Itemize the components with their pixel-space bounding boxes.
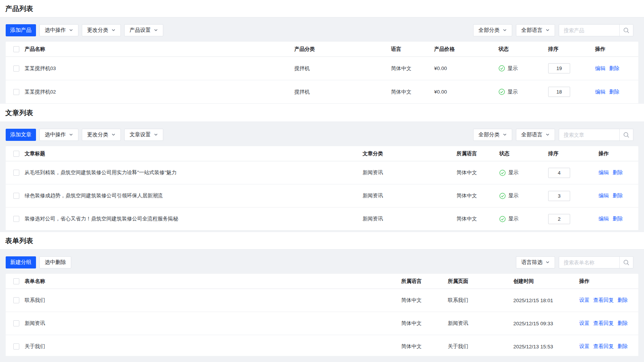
表单名称-cell: 新闻资讯 <box>21 320 401 327</box>
column-header: 操作 <box>579 278 638 285</box>
column-header: 排序 <box>548 46 595 53</box>
form-search-input[interactable] <box>559 257 619 268</box>
创建时间-cell: 2025/12/13 15:53 <box>513 344 579 350</box>
selected-actions-dropdown[interactable]: 选中操作 <box>39 129 78 141</box>
chevron-down-icon <box>111 27 116 33</box>
row-checkbox[interactable] <box>13 66 19 72</box>
select-all-checkbox[interactable] <box>13 46 19 52</box>
table-row: 某某搅拌机02搅拌机简体中文¥0.00显示编辑删除 <box>6 80 638 104</box>
change-category-dropdown[interactable]: 更改分类 <box>82 24 121 36</box>
row-action-link[interactable]: 删除 <box>617 320 628 327</box>
status-label: 显示 <box>508 65 518 72</box>
row-checkbox[interactable] <box>13 343 19 350</box>
product-section: 添加产品 选中操作 更改分类 产品设置 全部分类 全部语言 <box>0 17 644 104</box>
所属语言-cell: 简体中文 <box>401 343 448 350</box>
search-button[interactable] <box>619 129 633 140</box>
search-button[interactable] <box>619 25 633 36</box>
row-action-link[interactable]: 删除 <box>617 343 628 350</box>
change-category-dropdown[interactable]: 更改分类 <box>82 129 121 141</box>
search-icon <box>623 27 630 34</box>
row-action-link[interactable]: 设置 <box>579 343 589 350</box>
column-header: 状态 <box>499 150 548 157</box>
new-group-button[interactable]: 新建分组 <box>6 256 36 268</box>
产品名称-cell: 某某搅拌机03 <box>21 65 294 72</box>
add-product-button[interactable]: 添加产品 <box>6 24 36 36</box>
chevron-down-icon <box>69 27 73 33</box>
table-row: 关于我们简体中文关于我们2025/12/13 15:53设置查看回复删除 <box>6 335 638 356</box>
status-check-icon <box>499 89 505 95</box>
table-row: 装修选对公司，省心又省力！鼎筑空间建筑装修公司全流程服务揭秘新闻资讯简体中文显示… <box>6 208 638 231</box>
chevron-down-icon <box>154 27 158 33</box>
form-list-title: 表单列表 <box>5 236 33 245</box>
row-checkbox[interactable] <box>13 297 19 303</box>
row-action-link[interactable]: 删除 <box>613 169 623 176</box>
article-search-input[interactable] <box>559 129 619 140</box>
语言-cell: 简体中文 <box>391 65 434 72</box>
status-label: 显示 <box>508 89 518 95</box>
sort-input[interactable] <box>548 63 570 73</box>
row-checkbox[interactable] <box>13 193 19 199</box>
row-action-link[interactable]: 编辑 <box>595 89 605 95</box>
column-header: 产品价格 <box>434 46 499 53</box>
sort-input[interactable] <box>548 87 570 97</box>
table-header-row: 文章标题文章分类所属语言状态排序操作 <box>6 146 638 161</box>
产品名称-cell: 某某搅拌机02 <box>21 89 294 95</box>
row-checkbox[interactable] <box>13 89 19 95</box>
row-action-link[interactable]: 编辑 <box>595 65 605 72</box>
column-header: 所属语言 <box>401 278 448 285</box>
all-categories-filter[interactable]: 全部分类 <box>473 129 512 141</box>
select-all-checkbox[interactable] <box>13 278 19 284</box>
selected-actions-dropdown[interactable]: 选中操作 <box>39 24 78 36</box>
sort-input[interactable] <box>548 191 570 201</box>
chevron-down-icon <box>69 132 73 138</box>
chevron-down-icon <box>546 27 550 33</box>
status-check-icon <box>499 170 506 176</box>
row-checkbox[interactable] <box>13 216 19 222</box>
row-action-link[interactable]: 删除 <box>609 65 619 72</box>
row-action-link[interactable]: 编辑 <box>599 169 609 176</box>
all-languages-filter[interactable]: 全部语言 <box>516 24 555 36</box>
product-settings-dropdown[interactable]: 产品设置 <box>124 24 163 36</box>
row-action-link[interactable]: 删除 <box>613 215 623 222</box>
sort-input[interactable] <box>548 168 570 178</box>
language-filter-dropdown[interactable]: 语言筛选 <box>516 256 555 268</box>
chevron-down-icon <box>503 27 507 33</box>
table-row: 绿色装修成趋势，鼎筑空间建筑装修公司引领环保人居新潮流新闻资讯简体中文显示编辑删… <box>6 184 638 208</box>
row-action-link[interactable]: 查看回复 <box>593 320 614 327</box>
产品分类-cell: 搅拌机 <box>294 89 391 95</box>
所属语言-cell: 简体中文 <box>456 215 499 222</box>
row-action-link[interactable]: 编辑 <box>599 215 609 222</box>
all-categories-filter[interactable]: 全部分类 <box>473 24 512 36</box>
row-action-link[interactable]: 删除 <box>617 297 628 304</box>
column-header: 产品分类 <box>294 46 391 53</box>
row-action-link[interactable]: 设置 <box>579 297 589 304</box>
article-toolbar: 添加文章 选中操作 更改分类 文章设置 全部分类 全部语言 <box>6 129 638 141</box>
row-action-link[interactable]: 设置 <box>579 320 589 327</box>
所属语言-cell: 简体中文 <box>456 169 499 176</box>
table-row: 联系我们简体中文联系我们2025/12/15 18:01设置查看回复删除 <box>6 289 638 312</box>
row-action-link[interactable]: 查看回复 <box>593 343 614 350</box>
column-header: 语言 <box>391 46 434 53</box>
column-header: 产品名称 <box>21 46 294 53</box>
row-action-link[interactable]: 查看回复 <box>593 297 614 304</box>
article-settings-dropdown[interactable]: 文章设置 <box>124 129 163 141</box>
all-languages-filter[interactable]: 全部语言 <box>516 129 555 141</box>
column-header: 文章分类 <box>363 150 456 157</box>
form-toolbar: 新建分组 选中删除 语言筛选 <box>6 256 638 268</box>
sort-input[interactable] <box>548 214 570 224</box>
row-action-link[interactable]: 删除 <box>609 89 619 95</box>
article-title-band: 文章列表 <box>0 104 644 122</box>
article-search <box>559 129 633 141</box>
row-action-link[interactable]: 删除 <box>613 192 623 199</box>
row-checkbox[interactable] <box>13 170 19 176</box>
row-checkbox[interactable] <box>13 320 19 326</box>
select-all-checkbox[interactable] <box>13 151 19 157</box>
delete-selected-button[interactable]: 选中删除 <box>39 256 71 268</box>
product-search-input[interactable] <box>559 25 619 36</box>
search-button[interactable] <box>619 257 633 268</box>
row-action-link[interactable]: 编辑 <box>599 192 609 199</box>
add-article-button[interactable]: 添加文章 <box>6 129 36 141</box>
产品价格-cell: ¥0.00 <box>434 89 499 95</box>
文章分类-cell: 新闻资讯 <box>363 215 456 222</box>
column-header: 状态 <box>499 46 548 53</box>
